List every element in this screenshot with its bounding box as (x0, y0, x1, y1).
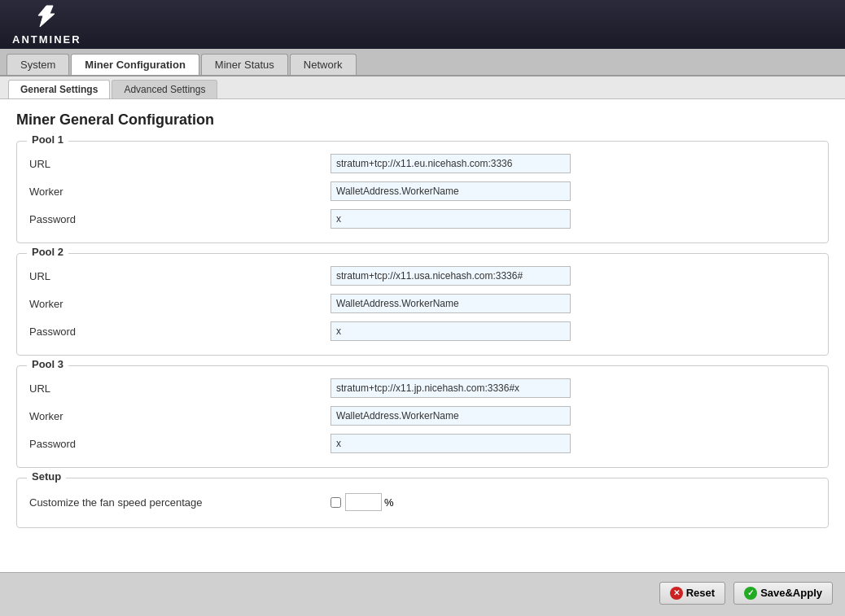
pool-2-url-input[interactable] (331, 266, 571, 286)
tab-system[interactable]: System (7, 54, 69, 75)
page-title: Miner General Configuration (16, 111, 829, 129)
sub-tab-general-settings[interactable]: General Settings (8, 80, 110, 98)
pool-3-worker-row: Worker (29, 402, 816, 430)
pool-1-section: Pool 1 URL Worker Password (16, 141, 829, 243)
percent-sign: % (384, 496, 394, 509)
tab-miner-configuration[interactable]: Miner Configuration (71, 54, 199, 75)
pool-1-url-row: URL (29, 150, 816, 177)
setup-legend: Setup (27, 470, 66, 483)
pool-2-password-row: Password (29, 317, 816, 345)
reset-icon: ✕ (670, 587, 683, 600)
pool-2-password-label: Password (29, 325, 331, 338)
pool-1-worker-row: Worker (29, 177, 816, 205)
fan-speed-row: Customize the fan speed percentage % (29, 487, 816, 518)
sub-tab-advanced-settings[interactable]: Advanced Settings (112, 80, 217, 98)
pool-2-worker-row: Worker (29, 290, 816, 317)
pool-3-legend: Pool 3 (27, 358, 68, 370)
fan-speed-label: Customize the fan speed percentage (29, 496, 331, 509)
pool-3-section: Pool 3 URL Worker Password (16, 365, 829, 468)
pool-3-password-input[interactable] (331, 434, 571, 453)
logo-text: ANTMINER (12, 33, 81, 46)
save-label: Save&Apply (760, 587, 822, 599)
tab-network[interactable]: Network (290, 54, 357, 75)
sub-tab-bar: General Settings Advanced Settings (0, 76, 845, 99)
footer: ✕ Reset ✓ Save&Apply (0, 572, 845, 613)
pool-2-url-row: URL (29, 262, 816, 290)
pool-2-password-input[interactable] (331, 321, 571, 341)
pool-1-password-input[interactable] (331, 209, 571, 229)
pool-1-url-input[interactable] (331, 154, 571, 173)
antminer-logo-icon (32, 4, 61, 32)
pool-2-url-label: URL (29, 270, 331, 282)
pool-3-url-input[interactable] (331, 378, 571, 398)
header: ANTMINER (0, 0, 845, 49)
pool-3-url-row: URL (29, 374, 816, 402)
pool-1-worker-label: Worker (29, 186, 331, 198)
pool-2-worker-label: Worker (29, 298, 331, 310)
fan-speed-checkbox[interactable] (331, 497, 341, 508)
pool-3-password-label: Password (29, 438, 331, 450)
reset-button[interactable]: ✕ Reset (659, 582, 725, 605)
save-apply-button[interactable]: ✓ Save&Apply (733, 582, 833, 605)
pool-2-legend: Pool 2 (27, 246, 68, 258)
pool-3-url-label: URL (29, 382, 331, 395)
pool-1-worker-input[interactable] (331, 181, 571, 201)
tab-miner-status[interactable]: Miner Status (201, 54, 288, 75)
pool-1-url-label: URL (29, 158, 331, 170)
fan-speed-input[interactable] (345, 493, 382, 511)
pool-2-worker-input[interactable] (331, 294, 571, 313)
pool-2-section: Pool 2 URL Worker Password (16, 253, 829, 356)
pool-3-worker-label: Worker (29, 410, 331, 422)
main-content: Miner General Configuration Pool 1 URL W… (0, 99, 845, 572)
pool-3-worker-input[interactable] (331, 406, 571, 426)
nav-bar: System Miner Configuration Miner Status … (0, 49, 845, 76)
pool-1-legend: Pool 1 (27, 133, 68, 146)
pool-1-password-label: Password (29, 213, 331, 225)
pool-1-password-row: Password (29, 205, 816, 233)
setup-section: Setup Customize the fan speed percentage… (16, 478, 829, 528)
reset-label: Reset (686, 587, 715, 599)
logo-area: ANTMINER (12, 4, 81, 46)
save-icon: ✓ (744, 587, 757, 600)
pool-3-password-row: Password (29, 430, 816, 457)
